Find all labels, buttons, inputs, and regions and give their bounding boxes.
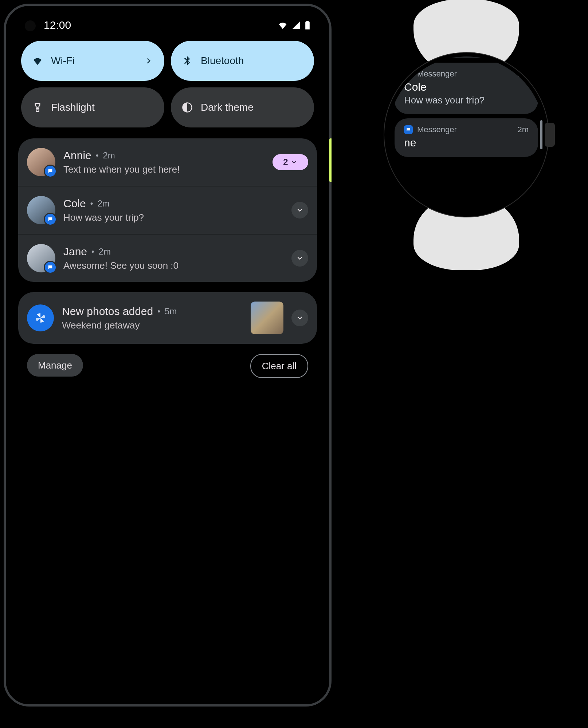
notification-sender: Cole <box>63 197 86 210</box>
phone-frame: 12:00 Wi-Fi Bluetooth <box>4 4 332 707</box>
watch-notification-card[interactable]: Messenger 2m ne <box>395 118 538 157</box>
watch-crown <box>545 123 555 147</box>
app-notification[interactable]: New photos added • 5m Weekend getaway <box>18 292 317 344</box>
conversation-notification[interactable]: Jane • 2m Awesome! See you soon :0 <box>18 234 317 282</box>
notification-time: 5m <box>165 306 177 316</box>
bluetooth-icon <box>182 55 193 66</box>
watch-card-sender: ne <box>404 137 529 149</box>
status-bar: 12:00 <box>10 10 325 34</box>
messenger-app-badge-icon <box>44 213 57 226</box>
notification-sender: Annie <box>63 149 91 162</box>
notification-shade[interactable]: Annie • 2m Text me when you get here! 2 <box>18 138 317 378</box>
watch-notification-list[interactable]: …xt me when you get here! Messenger 2m C… <box>388 56 545 188</box>
avatar <box>27 148 55 176</box>
quick-settings: Wi-Fi Bluetooth Flashlight Dark theme <box>10 34 325 130</box>
expand-notification-button[interactable] <box>291 250 308 267</box>
qs-tile-label: Dark theme <box>201 102 254 113</box>
separator-dot: • <box>157 307 160 316</box>
signal-status-icon <box>291 20 301 30</box>
qs-tile-flashlight[interactable]: Flashlight <box>21 87 164 127</box>
battery-status-icon <box>305 20 310 30</box>
conversation-notification[interactable]: Annie • 2m Text me when you get here! 2 <box>18 138 317 186</box>
qs-tile-label: Flashlight <box>51 102 95 113</box>
chevron-down-icon <box>296 314 304 322</box>
separator-dot: • <box>90 199 93 208</box>
watch-card-time: 2m <box>517 125 529 134</box>
notification-time: 2m <box>97 198 109 209</box>
notification-time: 2m <box>103 150 115 161</box>
flashlight-icon <box>32 102 43 113</box>
watch-card-app-name: Messenger <box>417 125 457 134</box>
expand-notification-button[interactable] <box>291 310 308 326</box>
notification-group: New photos added • 5m Weekend getaway <box>18 292 317 344</box>
svg-point-0 <box>37 108 38 109</box>
phone-front-camera <box>25 20 36 31</box>
button-label: Manage <box>38 360 72 371</box>
chevron-down-icon <box>296 206 304 214</box>
notification-count-expand-button[interactable]: 2 <box>273 154 308 170</box>
phone-screen: 12:00 Wi-Fi Bluetooth <box>10 10 325 700</box>
notification-title: New photos added <box>62 305 153 318</box>
notification-thumbnail <box>251 302 283 334</box>
status-clock: 12:00 <box>44 19 71 31</box>
watch-frame: …xt me when you get here! Messenger 2m C… <box>364 4 568 266</box>
notification-body: New photos added • 5m Weekend getaway <box>62 305 243 331</box>
qs-tile-label: Bluetooth <box>201 55 244 67</box>
notification-message: Text me when you get here! <box>63 164 264 175</box>
notification-body: Jane • 2m Awesome! See you soon :0 <box>63 245 283 271</box>
phone-power-button <box>329 138 332 182</box>
avatar <box>27 196 55 224</box>
watch-card-app-name: Messenger <box>417 69 457 79</box>
notification-time: 2m <box>99 247 111 257</box>
expand-notification-button[interactable] <box>291 202 308 219</box>
separator-dot: • <box>96 151 99 160</box>
qs-tile-bluetooth[interactable]: Bluetooth <box>171 41 314 81</box>
notification-sender: Jane <box>63 245 87 258</box>
conversation-notification[interactable]: Cole • 2m How was your trip? <box>18 186 317 234</box>
watch-card-sender: Cole <box>404 81 529 93</box>
separator-dot: • <box>91 247 94 256</box>
chevron-right-icon[interactable] <box>144 56 153 66</box>
watch-case: …xt me when you get here! Messenger 2m C… <box>388 56 545 213</box>
qs-tile-darktheme[interactable]: Dark theme <box>171 87 314 127</box>
button-label: Clear all <box>262 361 297 372</box>
watch-card-message: How was your trip? <box>404 95 529 106</box>
wifi-status-icon <box>278 20 288 30</box>
avatar <box>27 244 55 272</box>
watch-notification-card[interactable]: …xt me when you get here! <box>395 56 538 58</box>
watch-card-time: 2m <box>517 69 529 79</box>
watch-screen: …xt me when you get here! Messenger 2m C… <box>388 56 545 213</box>
qs-tile-wifi[interactable]: Wi-Fi <box>21 41 164 81</box>
messenger-app-badge-icon <box>44 165 57 178</box>
dark-theme-icon <box>182 102 193 113</box>
notification-body: Annie • 2m Text me when you get here! <box>63 149 264 175</box>
wifi-icon <box>32 55 43 66</box>
notification-count: 2 <box>283 157 288 167</box>
notification-body: Cole • 2m How was your trip? <box>63 197 283 223</box>
notification-subtitle: Weekend getaway <box>62 320 243 331</box>
conversation-group: Annie • 2m Text me when you get here! 2 <box>18 138 317 282</box>
photos-app-icon <box>27 304 54 331</box>
qs-tile-label: Wi-Fi <box>51 55 75 67</box>
chevron-down-icon <box>290 158 298 166</box>
clear-all-button[interactable]: Clear all <box>250 354 308 378</box>
manage-notifications-button[interactable]: Manage <box>27 354 83 377</box>
status-icons <box>278 20 310 30</box>
watch-notification-card[interactable]: Messenger 2m Cole How was your trip? <box>395 63 538 114</box>
notification-message: How was your trip? <box>63 212 283 223</box>
chevron-down-icon <box>296 254 304 262</box>
messenger-app-icon <box>404 125 413 134</box>
notification-message: Awesome! See you soon :0 <box>63 260 283 271</box>
shade-footer: Manage Clear all <box>27 354 308 378</box>
messenger-app-icon <box>404 70 413 78</box>
messenger-app-badge-icon <box>44 261 57 274</box>
